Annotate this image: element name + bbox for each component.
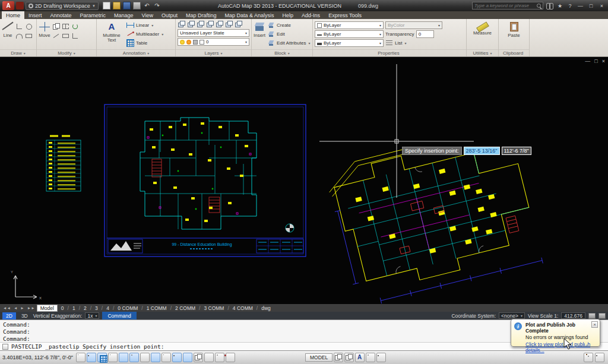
layer-state-dropdown[interactable]: Unsaved Layer State xyxy=(178,29,249,37)
drawing-close-button[interactable]: × xyxy=(602,58,605,64)
polyline-button[interactable] xyxy=(15,23,23,30)
panel-label-block[interactable]: Block xyxy=(252,49,312,56)
quick-view-layouts-icon[interactable] xyxy=(334,353,343,362)
layer-dropdown[interactable]: 0 xyxy=(178,38,249,46)
map-layers-icon[interactable] xyxy=(598,313,606,319)
3dosnap-toggle[interactable] xyxy=(140,353,150,362)
layout-tab-3[interactable]: 3 xyxy=(92,305,101,311)
next-layout-icon[interactable]: ► xyxy=(19,306,25,310)
model-space-button[interactable]: MODEL xyxy=(305,353,332,362)
new-file-icon[interactable] xyxy=(103,2,110,10)
paste-button[interactable]: Paste xyxy=(508,20,520,48)
layout-tab-0comm[interactable]: 0 COMM xyxy=(115,305,141,311)
quick-view-drawings-icon[interactable] xyxy=(344,353,354,362)
circle-button[interactable] xyxy=(25,23,33,30)
view-scale-input[interactable]: 412.676 xyxy=(561,312,585,319)
notification-details-link[interactable]: Click to view plot and publish details..… xyxy=(525,341,596,353)
layer-lock-icon[interactable] xyxy=(216,20,223,28)
coordinate-system-dropdown[interactable]: <none> xyxy=(499,312,525,319)
snap-toggle[interactable] xyxy=(87,353,96,362)
line-button[interactable]: Line xyxy=(2,20,14,48)
measure-button[interactable]: Measure xyxy=(473,20,492,48)
plotter-tray-icon[interactable] xyxy=(584,353,593,362)
fillet-button[interactable] xyxy=(71,32,79,40)
layer-properties-icon[interactable] xyxy=(178,20,185,28)
lineweight-dropdown[interactable]: ByLayer xyxy=(315,39,384,47)
tab-annotate[interactable]: Annotate xyxy=(46,11,76,19)
panel-label-utilities[interactable]: Utilities xyxy=(467,49,498,56)
redo-icon[interactable]: ↷ xyxy=(153,2,161,10)
printer-icon[interactable] xyxy=(588,313,596,319)
tab-parametric[interactable]: Parametric xyxy=(76,11,110,19)
edit-attributes-button[interactable]: Edit Attributes ▾ xyxy=(267,39,311,47)
multiline-text-button[interactable]: A Multiline Text xyxy=(99,20,125,48)
tab-manage[interactable]: Manage xyxy=(110,11,138,19)
rectangle-button[interactable] xyxy=(25,32,33,40)
view-3d-button[interactable]: 3D xyxy=(19,313,30,319)
arc-button[interactable] xyxy=(15,32,23,40)
tab-home[interactable]: Home xyxy=(2,11,24,19)
first-layout-icon[interactable]: ◄◄ xyxy=(2,306,12,310)
layer-freeze-icon[interactable] xyxy=(206,20,214,28)
lwt-toggle[interactable] xyxy=(183,353,192,362)
panel-label-clipboard[interactable]: Clipboard xyxy=(499,49,529,56)
layout-tab-2comm[interactable]: 2 COMM xyxy=(172,305,198,311)
tab-output[interactable]: Output xyxy=(157,11,182,19)
layout-tab-dwg[interactable]: dwg xyxy=(258,305,274,311)
multileader-button[interactable]: Multileader ▾ xyxy=(126,30,173,38)
edit-block-button[interactable]: Edit xyxy=(267,30,311,38)
cleanscreen-icon[interactable] xyxy=(595,353,604,362)
copy-button[interactable] xyxy=(52,23,60,30)
object-color-dropdown[interactable]: ByLayer xyxy=(315,21,384,29)
drawing-minimize-button[interactable]: — xyxy=(585,58,590,64)
prev-layout-icon[interactable]: ◄ xyxy=(12,306,18,310)
drawing-restore-button[interactable]: □ xyxy=(594,58,597,64)
infer-constraints-toggle[interactable] xyxy=(76,353,86,362)
annotation-scale-icon[interactable]: A xyxy=(355,353,365,362)
tab-map-drafting[interactable]: Map Drafting xyxy=(182,11,221,19)
view-2d-button[interactable]: 2D xyxy=(2,312,16,319)
layer-off-icon[interactable] xyxy=(187,20,195,28)
notification-close-button[interactable]: × xyxy=(591,321,598,328)
drawing-viewport[interactable]: 99 - Distance Education Building xyxy=(0,57,608,304)
layout-tab-1comm[interactable]: 1 COMM xyxy=(144,305,170,311)
tab-map-data-analysis[interactable]: Map Data & Analysis xyxy=(221,11,278,19)
linetype-dropdown[interactable]: ByLayer xyxy=(315,30,384,38)
favorites-icon[interactable]: ★ xyxy=(556,3,563,9)
autocad-logo-icon[interactable]: A xyxy=(2,1,14,10)
panel-label-modify[interactable]: Modify xyxy=(37,49,96,56)
layout-tab-1[interactable]: 1 xyxy=(69,305,78,311)
linear-dimension-button[interactable]: Linear ▾ xyxy=(126,21,173,29)
ortho-toggle[interactable] xyxy=(108,353,118,362)
search-box[interactable] xyxy=(472,2,543,10)
layout-tab-4[interactable]: 4 xyxy=(103,305,112,311)
scale-button[interactable] xyxy=(62,32,69,40)
list-button[interactable]: List ▾ xyxy=(385,39,464,47)
tab-view[interactable]: View xyxy=(138,11,157,19)
layout-tab-2[interactable]: 2 xyxy=(81,305,90,311)
last-layout-icon[interactable]: ►► xyxy=(26,306,36,310)
layout-tab-4comm[interactable]: 4 COMM xyxy=(230,305,256,311)
transparency-toggle[interactable] xyxy=(194,353,203,362)
save-icon[interactable] xyxy=(123,2,131,10)
tab-insert[interactable]: Insert xyxy=(24,11,46,19)
dynamic-input-x-field[interactable]: 283'-5 13/16" xyxy=(464,147,500,155)
trim-button[interactable] xyxy=(52,32,60,40)
undo-icon[interactable]: ↶ xyxy=(143,2,151,10)
mirror-button[interactable] xyxy=(62,23,69,30)
osnap-toggle[interactable] xyxy=(129,353,139,362)
ducs-toggle[interactable] xyxy=(162,353,171,362)
dynamic-input-y-field[interactable]: 112'-6 7/8" xyxy=(502,147,531,155)
create-block-button[interactable]: Create xyxy=(267,21,311,29)
binoculars-icon[interactable] xyxy=(546,3,553,8)
help-icon[interactable]: ? xyxy=(566,3,574,9)
grid-toggle[interactable] xyxy=(97,353,107,362)
layer-isolate-icon[interactable] xyxy=(197,20,204,28)
lock-ui-icon[interactable] xyxy=(376,353,386,362)
selection-cycling-toggle[interactable] xyxy=(215,353,224,362)
layout-tab-model[interactable]: Model xyxy=(37,305,58,312)
plot-style-dropdown[interactable]: ByColor xyxy=(385,21,442,29)
insert-block-button[interactable]: Insert xyxy=(254,20,265,48)
quickprops-toggle[interactable] xyxy=(204,353,214,362)
otrack-toggle[interactable] xyxy=(151,353,160,362)
